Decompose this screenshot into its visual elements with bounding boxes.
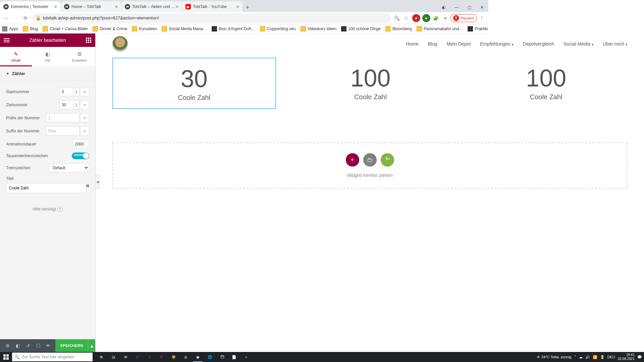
new-tab-button[interactable]: + — [243, 3, 252, 12]
template-library-button[interactable]: 🗀 — [363, 153, 377, 167]
svg-rect-5 — [90, 40, 91, 41]
folder-icon — [301, 26, 306, 32]
prefix-input[interactable] — [46, 113, 79, 122]
svg-rect-8 — [90, 42, 91, 43]
maximize-button[interactable]: ▢ — [463, 3, 476, 12]
bookmark[interactable]: Panoramabahn und… — [417, 26, 463, 32]
address-bar[interactable]: 🔒 tobitalk.at/wp-admin/post.php?post=627… — [32, 13, 390, 23]
collapse-panel-handle[interactable]: ◀ — [96, 174, 100, 189]
bookmark[interactable]: Blog — [23, 26, 38, 32]
svg-rect-7 — [88, 42, 89, 43]
thousand-sep-toggle[interactable]: ZEIGEN — [72, 153, 89, 159]
zoom-icon[interactable]: 🔍 — [392, 13, 402, 23]
bookmark[interactable]: Bloomberg — [385, 26, 412, 32]
tab-content[interactable]: ✎Inhalt — [0, 47, 32, 66]
nav-item[interactable]: Blog — [428, 41, 437, 47]
panel-header: Zähler bearbeiten — [0, 34, 95, 47]
bookmark[interactable]: Kursideen — [132, 26, 157, 32]
panel-tabs: ✎Inhalt ◐Stil ⚙Erweitert — [0, 47, 95, 67]
bookmark[interactable]: Apps — [2, 26, 18, 32]
counter-widget[interactable]: 100 Coole Zahl — [465, 58, 488, 109]
back-button[interactable]: ← — [2, 13, 11, 23]
empty-section[interactable]: + 🗀 🍃 Widget hierher ziehen — [112, 142, 488, 189]
nav-item[interactable]: Home — [406, 41, 418, 47]
counter-widget[interactable]: 100 Coole Zahl — [289, 58, 452, 109]
close-window-button[interactable]: ✕ — [476, 3, 488, 12]
bookmark[interactable]: Videokurs Ideen — [301, 26, 337, 32]
url-text: tobitalk.at/wp-admin/post.php?post=627&a… — [43, 15, 159, 20]
end-number-input[interactable] — [59, 100, 73, 109]
dynamic-tags-button[interactable]: ≡ — [80, 126, 89, 135]
bookmark[interactable]: Bois d'Argent Duft… — [212, 26, 255, 32]
drop-hint: Widget hierher ziehen — [123, 173, 488, 178]
text-icon[interactable]: ≡ — [441, 13, 450, 23]
browser-tab[interactable]: W TobiTalk – Aktien und persönlich… × — [121, 1, 182, 12]
bookmark[interactable]: Praktikum Projektm… — [468, 26, 488, 32]
extensions-icon[interactable]: 🧩 — [431, 13, 441, 23]
contrast-icon: ◐ — [45, 51, 50, 57]
close-icon[interactable]: × — [236, 4, 239, 9]
title-input[interactable] — [6, 183, 86, 193]
tab-style[interactable]: ◐Stil — [32, 47, 64, 66]
tab-advanced[interactable]: ⚙Erweitert — [63, 47, 95, 66]
menu-button[interactable] — [2, 36, 11, 45]
browser-tab[interactable]: W Elementor | Testseite × — [0, 1, 60, 12]
extension-icon[interactable]: ● — [412, 14, 420, 22]
duration-input[interactable] — [72, 139, 89, 148]
extension-icon[interactable]: ● — [422, 14, 430, 22]
dynamic-tags-button[interactable]: ≡ — [80, 113, 89, 122]
counters-section: 30 Coole Zahl 100 Coole Zahl 100 Coole Z… — [96, 54, 488, 112]
number-stepper[interactable]: ▲▼ — [73, 87, 79, 96]
close-icon[interactable]: × — [176, 4, 178, 9]
separator-select[interactable]: Default — [49, 163, 89, 172]
forward-button[interactable]: → — [11, 13, 21, 23]
browser-tab[interactable]: ▶ TobiTalk - YouTube × — [182, 1, 243, 12]
bookmark[interactable]: Cload + Canva Bilder — [43, 26, 88, 32]
dynamic-tags-button[interactable]: ≡ — [86, 183, 89, 193]
browser-tabstrip: W Elementor | Testseite × W Home – TobiT… — [0, 0, 488, 12]
svg-rect-6 — [86, 42, 87, 43]
dynamic-tags-button[interactable]: ≡ — [80, 100, 89, 109]
counter-widget[interactable]: 30 Coole Zahl — [112, 58, 276, 109]
suffix-input[interactable] — [46, 126, 79, 135]
help-link[interactable]: Hilfe benötigt? — [6, 206, 89, 212]
thousand-sep-label: Tausendertrennzeichen — [6, 154, 72, 158]
svg-rect-1 — [88, 38, 89, 39]
apps-icon — [2, 26, 7, 32]
close-icon[interactable]: × — [115, 4, 118, 9]
bookmark[interactable]: Copywriting neu — [260, 26, 296, 32]
lock-icon: 🔒 — [36, 15, 41, 20]
counter-title: Coole Zahl — [293, 93, 448, 101]
svg-rect-3 — [86, 40, 87, 41]
close-icon[interactable]: × — [54, 4, 57, 9]
profile-paused-badge[interactable]: TPausiert — [450, 14, 477, 22]
bookmark[interactable]: Dinner & Crime — [93, 26, 127, 32]
dynamic-tags-button[interactable]: ≡ — [80, 87, 89, 96]
end-number-label: Zielnummer — [6, 103, 59, 107]
section-toggle[interactable]: ▼Zähler — [0, 67, 95, 80]
browser-tab[interactable]: W Home – TobiTalk × — [61, 1, 121, 12]
envato-button[interactable]: 🍃 — [381, 153, 394, 167]
chrome-menu-icon[interactable]: ⋮ — [477, 13, 486, 23]
tab-title: Elementor | Testseite — [11, 4, 54, 9]
tab-title: Home – TobiTalk — [71, 4, 115, 9]
folder-icon — [385, 26, 391, 32]
folder-icon — [43, 26, 48, 32]
incognito-icon[interactable]: ◐ — [437, 3, 450, 12]
start-number-input[interactable] — [59, 87, 73, 96]
star-icon[interactable]: ☆ — [402, 13, 411, 23]
folder-icon — [93, 26, 98, 32]
bookmark[interactable]: 100 schöne Dinge — [341, 26, 381, 32]
minimize-button[interactable]: — — [450, 3, 463, 12]
svg-rect-4 — [88, 40, 89, 41]
bookmark[interactable]: Social Media Mana… — [162, 26, 207, 32]
nav-item[interactable]: Empfehlungen▾ — [480, 41, 488, 47]
add-section-button[interactable]: + — [346, 153, 359, 167]
wordpress-icon: W — [125, 4, 130, 9]
number-stepper[interactable]: ▲▼ — [73, 100, 79, 109]
widgets-button[interactable] — [84, 36, 93, 45]
counter-title: Coole Zahl — [116, 94, 272, 102]
site-logo[interactable] — [112, 36, 128, 52]
reload-button[interactable]: ⟳ — [21, 13, 30, 23]
nav-item[interactable]: Mein Depot — [447, 41, 471, 47]
